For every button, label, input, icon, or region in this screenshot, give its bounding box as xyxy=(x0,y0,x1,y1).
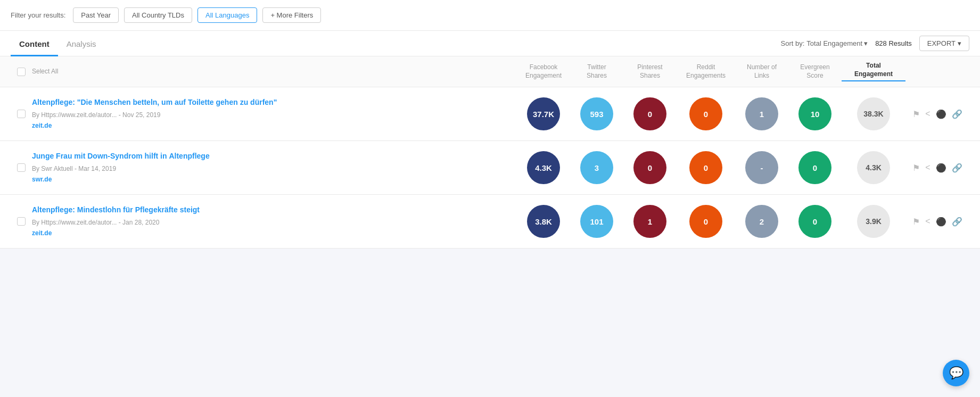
row2-twitter: 3 xyxy=(570,151,623,184)
row1-bookmark-icon[interactable]: ⚑ xyxy=(912,109,920,119)
row1-share-icon[interactable]: < xyxy=(925,109,930,119)
filter-label: Filter your results: xyxy=(11,11,65,19)
filter-languages[interactable]: All Languages xyxy=(197,7,257,23)
row2-link-icon[interactable]: 🔗 xyxy=(952,163,962,173)
row3-link-icon[interactable]: 🔗 xyxy=(952,217,962,227)
row2-evergreen-circle: 0 xyxy=(798,151,831,184)
row1-meta: By Https://www.zeit.de/autor... - Nov 25… xyxy=(32,110,517,120)
col-header-pinterest: PinterestShares xyxy=(623,63,677,80)
tabs-header: Content Analysis Sort by: Total Engageme… xyxy=(0,31,980,56)
row2-meta: By Swr Aktuell - Mar 14, 2019 xyxy=(32,164,517,173)
tabs-right: Sort by: Total Engagement ▾ 828 Results … xyxy=(781,36,969,51)
tab-content[interactable]: Content xyxy=(11,31,58,56)
row3-links-circle: 2 xyxy=(745,205,778,238)
row1-pinterest: 0 xyxy=(623,97,677,130)
row2-links: - xyxy=(735,151,788,184)
row3-meta: By Https://www.zeit.de/autor... - Jan 28… xyxy=(32,218,517,227)
row2-evergreen: 0 xyxy=(788,151,842,184)
row1-pinterest-circle: 0 xyxy=(633,97,666,130)
row3-checkbox[interactable] xyxy=(17,217,26,226)
sort-value[interactable]: Total Engagement ▾ xyxy=(806,39,868,47)
row2-source[interactable]: swr.de xyxy=(32,176,52,183)
row3-bookmark-icon[interactable]: ⚑ xyxy=(912,217,920,227)
row1-actions: ⚑ < ⚫ 🔗 xyxy=(905,109,969,119)
row1-users-icon[interactable]: ⚫ xyxy=(936,109,946,119)
col-header-twitter: TwitterShares xyxy=(570,63,623,80)
filter-bar: Filter your results: Past Year All Count… xyxy=(0,0,980,31)
row3-pinterest: 1 xyxy=(623,205,677,238)
row2-twitter-circle: 3 xyxy=(580,151,613,184)
col-header-title: Select All xyxy=(32,68,517,76)
filter-more[interactable]: + More Filters xyxy=(262,7,321,23)
row2-pinterest-circle: 0 xyxy=(633,151,666,184)
row2-title-link[interactable]: Junge Frau mit Down-Syndrom hilft in Alt… xyxy=(32,152,210,160)
col-header-reddit: RedditEngagements xyxy=(677,63,735,80)
select-all-cell xyxy=(11,68,32,76)
col-header-total: TotalEngagement xyxy=(842,62,905,81)
row3-facebook: 3.8K xyxy=(517,205,570,238)
row3-pinterest-circle: 1 xyxy=(633,205,666,238)
row2-total-circle: 4.3K xyxy=(857,151,890,184)
row2-facebook-circle: 4.3K xyxy=(527,151,560,184)
tabs-left: Content Analysis xyxy=(11,31,105,56)
row3-title: Altenpflege: Mindestlohn für Pflegekräft… xyxy=(32,204,517,238)
row2-checkbox-cell xyxy=(11,163,32,172)
export-button[interactable]: EXPORT ▾ xyxy=(919,36,969,51)
row1-title-link[interactable]: Altenpflege: "Die Menschen betteln, um a… xyxy=(32,98,277,106)
main-content: Content Analysis Sort by: Total Engageme… xyxy=(0,31,980,249)
row1-evergreen: 10 xyxy=(788,97,842,130)
row3-twitter-circle: 101 xyxy=(580,205,613,238)
row3-evergreen: 0 xyxy=(788,205,842,238)
row3-checkbox-cell xyxy=(11,217,32,226)
row1-total: 38.3K xyxy=(842,97,905,130)
sort-by: Sort by: Total Engagement ▾ xyxy=(781,39,868,47)
row3-twitter: 101 xyxy=(570,205,623,238)
row1-links: 1 xyxy=(735,97,788,130)
col-header-evergreen: EvergreenScore xyxy=(788,63,842,80)
filter-past-year[interactable]: Past Year xyxy=(73,7,119,23)
row3-actions: ⚑ < ⚫ 🔗 xyxy=(905,217,969,227)
chevron-down-icon: ▾ xyxy=(864,39,868,47)
row3-evergreen-circle: 0 xyxy=(798,205,831,238)
row1-twitter-circle: 593 xyxy=(580,97,613,130)
row3-share-icon[interactable]: < xyxy=(925,217,930,226)
table-row: Altenpflege: Mindestlohn für Pflegekräft… xyxy=(0,195,980,249)
row2-total: 4.3K xyxy=(842,151,905,184)
row3-links: 2 xyxy=(735,205,788,238)
row2-users-icon[interactable]: ⚫ xyxy=(936,163,946,173)
col-header-facebook: FacebookEngagement xyxy=(517,63,570,80)
chevron-down-icon: ▾ xyxy=(958,39,961,47)
table-row: Junge Frau mit Down-Syndrom hilft in Alt… xyxy=(0,141,980,195)
row1-title: Altenpflege: "Die Menschen betteln, um a… xyxy=(32,97,517,131)
row3-total: 3.9K xyxy=(842,205,905,238)
row1-checkbox[interactable] xyxy=(17,110,26,118)
row3-total-circle: 3.9K xyxy=(857,205,890,238)
row1-link-icon[interactable]: 🔗 xyxy=(952,109,962,119)
row1-links-circle: 1 xyxy=(745,97,778,130)
row1-twitter: 593 xyxy=(570,97,623,130)
filter-country-tlds[interactable]: All Country TLDs xyxy=(124,7,192,23)
row2-links-circle: - xyxy=(745,151,778,184)
select-all-checkbox[interactable] xyxy=(17,68,26,76)
row3-reddit: 0 xyxy=(677,205,735,238)
row2-reddit-circle: 0 xyxy=(689,151,722,184)
row3-title-link[interactable]: Altenpflege: Mindestlohn für Pflegekräft… xyxy=(32,205,200,214)
row3-users-icon[interactable]: ⚫ xyxy=(936,217,946,227)
row1-reddit: 0 xyxy=(677,97,735,130)
row2-pinterest: 0 xyxy=(623,151,677,184)
row2-actions: ⚑ < ⚫ 🔗 xyxy=(905,163,969,173)
row2-title: Junge Frau mit Down-Syndrom hilft in Alt… xyxy=(32,151,517,185)
row3-source[interactable]: zeit.de xyxy=(32,229,52,237)
table-header: Select All FacebookEngagement TwitterSha… xyxy=(0,56,980,87)
results-count: 828 Results xyxy=(875,39,912,47)
row1-source[interactable]: zeit.de xyxy=(32,122,52,129)
row2-share-icon[interactable]: < xyxy=(925,163,930,172)
row2-bookmark-icon[interactable]: ⚑ xyxy=(912,163,920,173)
col-header-links: Number ofLinks xyxy=(735,63,788,80)
row3-reddit-circle: 0 xyxy=(689,205,722,238)
tab-analysis[interactable]: Analysis xyxy=(58,31,105,56)
row1-evergreen-circle: 10 xyxy=(798,97,831,130)
row1-checkbox-cell xyxy=(11,110,32,118)
row2-checkbox[interactable] xyxy=(17,163,26,172)
row1-facebook: 37.7K xyxy=(517,97,570,130)
